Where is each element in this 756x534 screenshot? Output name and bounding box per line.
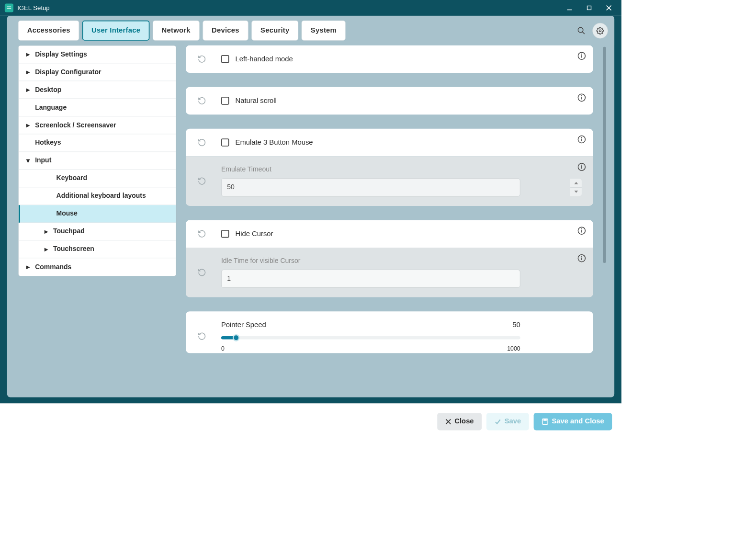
sidebar-item-label: Commands (35, 263, 71, 271)
sidebar-item-label: Touchpad (53, 227, 85, 235)
spinner (570, 179, 582, 196)
emulate3-label: Emulate 3 Button Mouse (236, 138, 313, 147)
settings-scroll: Left-handed mode (186, 45, 593, 394)
info-icon[interactable] (577, 52, 586, 60)
chevron-right-icon: ▸ (25, 50, 31, 58)
close-button[interactable]: Close (437, 413, 482, 430)
tab-user-interface[interactable]: User Interface (82, 21, 149, 41)
hide-cursor-checkbox[interactable] (221, 230, 229, 238)
info-icon[interactable] (577, 227, 586, 235)
sidebar-item-display-configurator[interactable]: ▸ Display Configurator (19, 63, 176, 81)
scrollbar-thumb[interactable] (603, 47, 606, 263)
sidebar-item-input[interactable]: ▾ Input (19, 152, 176, 170)
save-close-button-label: Save and Close (552, 417, 604, 425)
svg-marker-19 (574, 191, 578, 193)
save-button[interactable]: Save (486, 413, 529, 430)
sidebar-item-touchscreen[interactable]: ▸ Touchscreen (19, 240, 176, 258)
setting-emulate-timeout: Emulate Timeout (186, 156, 593, 206)
sidebar-item-screenlock[interactable]: ▸ Screenlock / Screensaver (19, 116, 176, 134)
svg-line-7 (582, 32, 585, 34)
minimize-button[interactable] (562, 0, 577, 16)
svg-point-25 (582, 229, 582, 229)
slider-min: 0 (221, 345, 225, 352)
setting-pointer-speed: Pointer Speed 50 0 1000 (186, 311, 593, 353)
left-handed-checkbox[interactable] (221, 55, 229, 63)
svg-point-17 (582, 137, 582, 138)
reset-icon[interactable] (197, 332, 207, 341)
reset-icon[interactable] (197, 177, 207, 185)
tab-network[interactable]: Network (153, 21, 200, 41)
sidebar-item-label: Input (35, 157, 51, 164)
reset-icon[interactable] (197, 55, 207, 63)
setting-left-handed: Left-handed mode (186, 45, 593, 73)
sidebar: ▸ Display Settings ▸ Display Configurato… (18, 45, 176, 277)
search-button[interactable] (574, 23, 589, 38)
sidebar-item-label: Screenlock / Screensaver (35, 121, 116, 129)
tab-system[interactable]: System (302, 21, 346, 41)
setting-natural-scroll: Natural scroll (186, 87, 593, 115)
sidebar-item-additional-keyboard[interactable]: ▸ Additional keyboard layouts (19, 187, 176, 205)
emulate-timeout-input[interactable] (221, 178, 520, 196)
gear-button[interactable] (592, 23, 608, 38)
setting-idle-time: Idle Time for visible Cursor (186, 248, 593, 297)
sidebar-item-mouse[interactable]: ▸ Mouse (19, 205, 176, 223)
content-row: ▸ Display Settings ▸ Display Configurato… (7, 45, 614, 398)
svg-point-28 (582, 256, 582, 257)
close-window-button[interactable] (601, 0, 617, 16)
sidebar-item-hotkeys[interactable]: ▸ Hotkeys (19, 134, 176, 152)
sidebar-item-keyboard[interactable]: ▸ Keyboard (19, 170, 176, 187)
bottombar: Close Save Save and Close (0, 404, 621, 439)
sidebar-item-label: Additional keyboard layouts (56, 192, 146, 200)
titlebar: IGEL Setup (0, 0, 621, 16)
slider-max: 1000 (507, 345, 520, 352)
svg-point-22 (582, 165, 582, 165)
info-icon[interactable] (577, 93, 586, 102)
inner-wrap: Accessories User Interface Network Devic… (7, 16, 614, 398)
chevron-down-icon: ▾ (25, 157, 31, 165)
close-icon (445, 418, 451, 424)
close-button-label: Close (454, 417, 474, 425)
setting-group-hide-cursor: Hide Cursor Idle (186, 220, 593, 297)
chevron-right-icon: ▸ (25, 263, 31, 271)
info-icon[interactable] (577, 135, 586, 144)
tab-security[interactable]: Security (251, 21, 298, 41)
sidebar-item-label: Touchscreen (53, 245, 94, 253)
app-body: Accessories User Interface Network Devic… (0, 16, 621, 404)
sidebar-item-touchpad[interactable]: ▸ Touchpad (19, 223, 176, 240)
tab-accessories[interactable]: Accessories (18, 21, 79, 41)
save-button-label: Save (505, 417, 521, 425)
reset-icon[interactable] (197, 229, 207, 238)
natural-scroll-checkbox[interactable] (221, 97, 229, 104)
sidebar-item-label: Desktop (35, 86, 61, 93)
setting-emulate3: Emulate 3 Button Mouse (186, 129, 593, 157)
svg-marker-18 (574, 182, 578, 184)
pointer-speed-slider[interactable] (221, 336, 520, 340)
sidebar-item-commands[interactable]: ▸ Commands (19, 258, 176, 276)
chevron-right-icon: ▸ (25, 68, 31, 76)
sidebar-item-language[interactable]: ▸ Language (19, 99, 176, 116)
sidebar-item-desktop[interactable]: ▸ Desktop (19, 81, 176, 99)
chevron-right-icon: ▸ (44, 227, 49, 236)
reset-icon[interactable] (197, 268, 207, 277)
info-icon[interactable] (577, 254, 586, 262)
chevron-right-icon: ▸ (25, 86, 31, 94)
spinner-up[interactable] (570, 179, 582, 187)
maximize-button[interactable] (581, 0, 597, 16)
scrollbar[interactable] (602, 45, 606, 398)
setting-hide-cursor: Hide Cursor (186, 220, 593, 248)
save-close-button[interactable]: Save and Close (534, 413, 612, 430)
emulate-timeout-label: Emulate Timeout (221, 166, 582, 173)
tab-devices[interactable]: Devices (203, 21, 248, 41)
slider-thumb[interactable] (233, 334, 240, 341)
info-icon[interactable] (577, 162, 586, 171)
app-icon (5, 3, 13, 12)
window-title: IGEL Setup (17, 4, 50, 11)
emulate3-checkbox[interactable] (221, 138, 229, 146)
idle-time-input[interactable] (221, 270, 520, 288)
spinner-down[interactable] (570, 188, 582, 196)
pointer-speed-label: Pointer Speed (221, 321, 266, 329)
reset-icon[interactable] (197, 138, 207, 147)
sidebar-item-display-settings[interactable]: ▸ Display Settings (19, 45, 176, 63)
left-handed-label: Left-handed mode (236, 55, 293, 63)
reset-icon[interactable] (197, 96, 207, 105)
